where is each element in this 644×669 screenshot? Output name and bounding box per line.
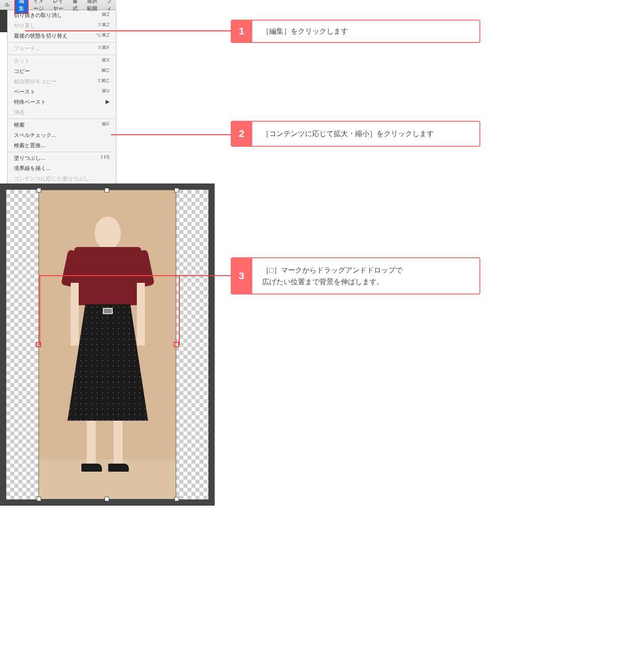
menu-row-shortcut: ⌘F [102,121,110,129]
menu-row-shortcut: ⇧⌘Z [97,22,110,30]
handle-bm[interactable] [105,497,109,501]
connector-line-1 [25,30,231,31]
step-1-number: 1 [231,20,252,43]
step-1-text: ［編集］をクリックします [252,20,480,43]
menu-row-label: 境界線を描く... [14,165,51,172]
menubar: ル 編集 イメージ レイヤー 書式 選択範囲 フィ [0,0,116,10]
menu-row[interactable]: 検索⌘F [8,120,116,130]
menu-row: 消去 [8,107,116,118]
menu-row: コンテンツに応じた塗りつぶし ... [8,174,116,184]
menu-row: カット⌘X [8,56,116,66]
menu-row-label: ペースト [14,88,35,96]
menu-row-label: コンテンツに応じた塗りつぶし ... [14,175,95,183]
toolbar-sliver [0,10,7,32]
menu-row[interactable]: 境界線を描く... [8,163,116,174]
step-2-text: ［コンテンツに応じて拡大・縮小］をクリックします [252,121,480,147]
menu-row-label: フェード... [14,45,40,52]
menu-item-prev[interactable]: ル [0,0,14,10]
menu-row-label: 検索と置換... [14,142,45,149]
handle-br[interactable] [174,497,179,501]
menu-separator [8,55,116,55]
step-3-number: 3 [231,257,252,294]
menu-row[interactable]: 最後の状態を切り替え⌥⌘Z [8,31,116,41]
menu-row-shortcut: ⇧⌘C [97,78,110,85]
menu-row-label: 特殊ペースト [14,98,46,106]
menu-row[interactable]: ペースト⌘V [8,87,116,97]
menu-row-label: スペルチェック... [14,132,56,139]
menu-row-label: 切り抜きの取り消し [14,12,62,19]
menu-row-label: 最後の状態を切り替え [14,32,68,40]
menu-row[interactable]: スペルチェック... [8,130,116,141]
menu-row-label: やり直し [14,22,35,30]
menu-row[interactable]: 塗りつぶし...⇧F5 [8,153,116,163]
menu-row-label: 消去 [14,109,25,116]
step-3-callout: 3 ［□］マークからドラッグアンドドロップで 広げたい位置まで背景を伸ばします。 [231,257,481,294]
transparency-grid [6,190,208,499]
menu-row: やり直し⇧⌘Z [8,21,116,31]
menu-separator [8,119,116,119]
menu-row-shortcut: ⌘Z [102,12,110,19]
menu-row-shortcut: ⇧⌘F [97,45,110,52]
step-1-callout: 1 ［編集］をクリックします [231,20,481,43]
canvas-area [0,183,215,506]
connector-vline-3r [179,275,180,345]
menu-separator [8,152,116,152]
menu-separator [8,42,116,43]
connector-line-2 [111,134,231,135]
step-2-callout: 2 ［コンテンツに応じて拡大・縮小］をクリックします [231,121,481,147]
menu-item-select[interactable]: 選択範囲 [82,0,102,14]
handle-bl[interactable] [37,497,41,501]
handle-tm[interactable] [105,188,109,192]
step-2-number: 2 [231,121,252,147]
menu-row-label: 結合部分をコピー [14,78,57,85]
connector-line-3 [39,275,231,276]
submenu-arrow-icon: ▶ [106,98,110,106]
menu-row[interactable]: コピー⌘C [8,66,116,77]
menu-row-shortcut: ⌥⌘Z [96,32,110,40]
menu-row: 結合部分をコピー⇧⌘C [8,77,116,87]
step-3-text: ［□］マークからドラッグアンドドロップで 広げたい位置まで背景を伸ばします。 [252,257,480,294]
menu-row-shortcut: ⌘C [101,68,110,75]
menu-row: フェード...⇧⌘F [8,43,116,54]
menu-row-shortcut: ⌘V [102,88,110,96]
handle-tl[interactable] [37,188,41,192]
menu-row-shortcut: ⇧F5 [100,154,110,162]
connector-vline-3l [39,275,40,345]
handle-mr[interactable] [174,342,179,347]
menu-row-label: カット [14,57,30,65]
menu-row-label: コピー [14,68,30,75]
menu-row-label: 塗りつぶし... [14,154,45,162]
transform-border[interactable] [38,190,176,499]
handle-ml[interactable] [36,342,41,347]
menu-row-label: 検索 [14,121,25,129]
menu-row[interactable]: 特殊ペースト▶ [8,97,116,107]
handle-tr[interactable] [174,188,179,192]
menu-row[interactable]: 検索と置換... [8,141,116,151]
menu-item-type[interactable]: 書式 [68,0,82,14]
menu-row-shortcut: ⌘X [102,57,110,65]
